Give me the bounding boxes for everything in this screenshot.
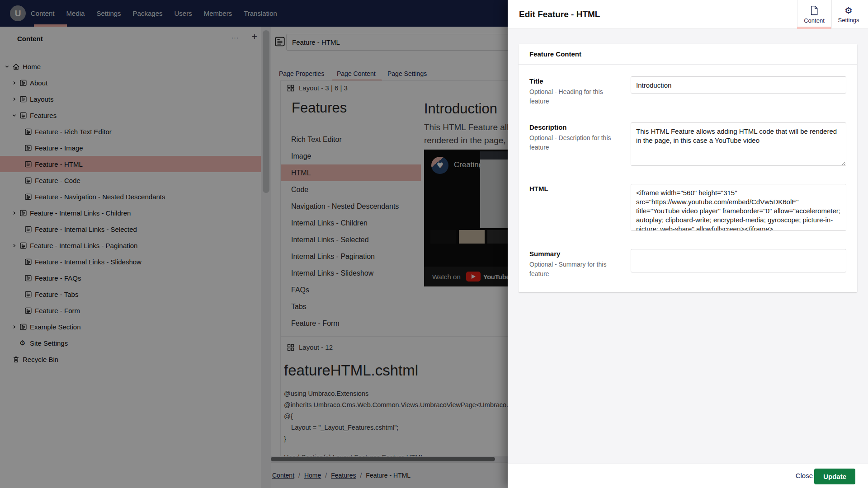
edit-feature-modal: Edit Feature - HTML Content ⚙ Settings F…	[508, 0, 868, 488]
field-help: Optional - Summary for this feature	[529, 260, 620, 279]
title-input[interactable]	[631, 76, 846, 94]
modal-header: Edit Feature - HTML Content ⚙ Settings	[508, 0, 868, 29]
html-textarea[interactable]: <iframe width="560" height="315" src="ht…	[631, 184, 846, 231]
active-tab-indicator	[797, 27, 831, 29]
modal-tab-content[interactable]: Content	[797, 0, 831, 29]
summary-textarea[interactable]	[631, 249, 846, 272]
field-help: Optional - Description for this feature	[529, 133, 620, 152]
field-row-title: Title Optional - Heading for this featur…	[529, 76, 846, 106]
field-label: Summary	[529, 249, 620, 258]
field-meta: Title Optional - Heading for this featur…	[529, 76, 620, 106]
field-control	[631, 249, 846, 279]
modal-footer: Close Update	[508, 464, 868, 488]
field-meta: Summary Optional - Summary for this feat…	[529, 249, 620, 279]
description-textarea[interactable]: This HTML Feature allows adding HTML cod…	[631, 122, 846, 166]
modal-tab-label: Content	[804, 17, 825, 24]
modal-tab-label: Settings	[838, 17, 859, 23]
feature-content-card: Feature Content Title Optional - Heading…	[519, 44, 857, 292]
modal-title: Edit Feature - HTML	[519, 9, 600, 19]
card-body: Title Optional - Heading for this featur…	[519, 65, 857, 292]
field-control: This HTML Feature allows adding HTML cod…	[631, 122, 846, 168]
field-row-description: Description Optional - Description for t…	[529, 122, 846, 168]
gear-icon: ⚙	[844, 6, 853, 15]
field-row-html: HTML <iframe width="560" height="315" sr…	[529, 184, 846, 233]
field-row-summary: Summary Optional - Summary for this feat…	[529, 249, 846, 279]
field-label: Description	[529, 122, 620, 132]
modal-backdrop	[0, 0, 508, 488]
field-help: Optional - Heading for this feature	[529, 87, 620, 106]
umbraco-backoffice: U Content Media Settings Packages Users …	[0, 0, 868, 488]
field-meta: Description Optional - Description for t…	[529, 122, 620, 168]
modal-tab-settings[interactable]: ⚙ Settings	[831, 0, 865, 29]
modal-body: Feature Content Title Optional - Heading…	[508, 29, 868, 464]
card-title: Feature Content	[519, 44, 857, 65]
update-button[interactable]: Update	[814, 469, 855, 484]
field-control	[631, 76, 846, 106]
field-meta: HTML	[529, 184, 620, 233]
field-label: HTML	[529, 184, 620, 193]
close-button[interactable]: Close	[796, 472, 813, 479]
document-icon	[810, 5, 818, 15]
field-control: <iframe width="560" height="315" src="ht…	[631, 184, 846, 233]
field-label: Title	[529, 76, 620, 86]
